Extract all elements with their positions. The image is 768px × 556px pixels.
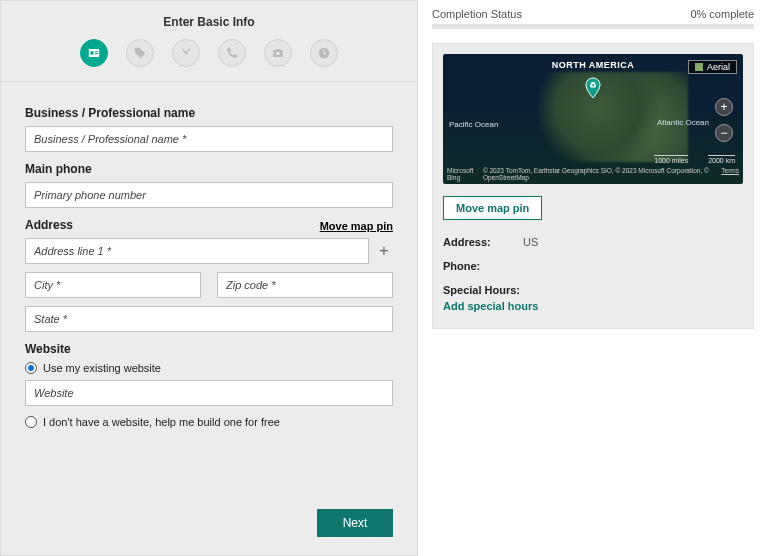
move-map-pin-button[interactable]: Move map pin	[443, 196, 542, 220]
scale-miles: 1000 miles	[654, 155, 688, 164]
step-tag-icon[interactable]	[126, 39, 154, 67]
map-attribution: Microsoft Bing © 2023 TomTom, Earthstar …	[447, 167, 739, 181]
page-title: Enter Basic Info	[1, 15, 417, 29]
preview-hours-label: Special Hours:	[443, 284, 520, 296]
preview-address-value: US	[523, 236, 538, 248]
map-preview[interactable]: NORTH AMERICA Pacific Ocean Atlantic Oce…	[443, 54, 743, 184]
step-clock-icon[interactable]	[310, 39, 338, 67]
map-scale: 1000 miles 2000 km	[654, 155, 735, 164]
preview-card: NORTH AMERICA Pacific Ocean Atlantic Oce…	[432, 43, 754, 329]
step-phone-icon[interactable]	[218, 39, 246, 67]
map-layer-toggle[interactable]: Aerial	[688, 60, 737, 74]
preview-panel: Completion Status 0% complete NORTH AMER…	[418, 0, 768, 556]
map-landmass	[538, 72, 688, 162]
form-panel: Enter Basic Info Business / Professional	[0, 0, 418, 556]
svg-rect-1	[91, 51, 94, 55]
step-indicator	[1, 39, 417, 82]
address-label: Address	[25, 218, 73, 232]
website-label: Website	[25, 342, 393, 356]
map-region-label: NORTH AMERICA	[552, 60, 635, 70]
preview-address-label: Address:	[443, 236, 499, 248]
svg-point-4	[276, 52, 280, 56]
svg-point-7	[592, 84, 594, 86]
step-camera-icon[interactable]	[264, 39, 292, 67]
step-info-icon[interactable]	[80, 39, 108, 67]
website-existing-radio[interactable]	[25, 362, 37, 374]
step-route-icon[interactable]	[172, 39, 200, 67]
main-phone-input[interactable]	[25, 182, 393, 208]
completion-progress	[432, 24, 754, 29]
svg-point-8	[590, 83, 591, 84]
zip-input[interactable]	[217, 272, 393, 298]
attr-terms-link[interactable]: Terms	[721, 167, 739, 181]
website-none-radio[interactable]	[25, 416, 37, 428]
add-special-hours-link[interactable]: Add special hours	[443, 300, 743, 312]
scale-km: 2000 km	[708, 155, 735, 164]
website-input[interactable]	[25, 380, 393, 406]
main-phone-label: Main phone	[25, 162, 393, 176]
completion-label: Completion Status	[432, 8, 522, 20]
svg-rect-2	[95, 51, 99, 52]
state-input[interactable]	[25, 306, 393, 332]
address-line1-input[interactable]	[25, 238, 369, 264]
svg-point-9	[594, 83, 595, 84]
header: Enter Basic Info	[1, 1, 417, 82]
business-name-input[interactable]	[25, 126, 393, 152]
completion-value: 0% complete	[690, 8, 754, 20]
website-existing-label: Use my existing website	[43, 362, 161, 374]
attr-brand: Microsoft Bing	[447, 167, 483, 181]
business-name-label: Business / Professional name	[25, 106, 393, 120]
city-input[interactable]	[25, 272, 201, 298]
move-map-pin-link[interactable]: Move map pin	[320, 220, 393, 232]
svg-point-10	[592, 86, 593, 87]
attr-sources: © 2023 TomTom, Earthstar Geographics SIO…	[483, 167, 721, 181]
next-button[interactable]: Next	[317, 509, 393, 537]
map-pacific-label: Pacific Ocean	[449, 120, 498, 129]
zoom-in-button[interactable]: +	[715, 98, 733, 116]
svg-rect-3	[95, 53, 99, 54]
svg-rect-11	[695, 63, 703, 71]
zoom-out-button[interactable]: −	[715, 124, 733, 142]
map-pin-icon[interactable]	[581, 76, 605, 100]
aerial-label: Aerial	[707, 62, 730, 72]
form-body: Business / Professional name Main phone …	[1, 82, 417, 448]
add-address-line-button[interactable]: +	[375, 242, 393, 260]
preview-phone-label: Phone:	[443, 260, 499, 272]
map-atlantic-label: Atlantic Ocean	[657, 118, 709, 127]
website-none-label: I don't have a website, help me build on…	[43, 416, 280, 428]
